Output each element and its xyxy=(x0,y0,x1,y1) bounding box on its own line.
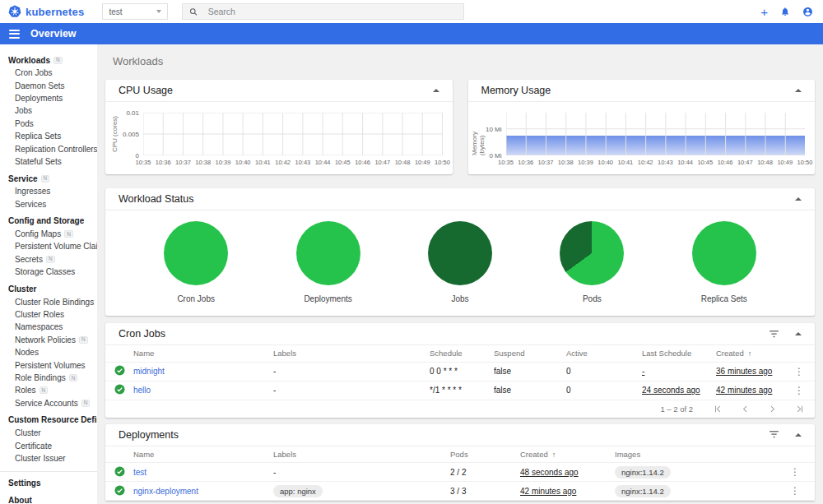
sidebar-item-cluster[interactable]: Cluster xyxy=(0,427,97,439)
column-header-labels[interactable]: Labels xyxy=(273,446,450,463)
collapse-icon[interactable] xyxy=(795,197,802,201)
collapse-icon[interactable] xyxy=(795,89,802,92)
sidebar-section-custom-resource-definitions[interactable]: Custom Resource Definitions xyxy=(0,414,97,427)
column-header-actions xyxy=(783,345,815,362)
sidebar-item-deployments[interactable]: Deployments xyxy=(0,92,97,104)
row-actions-cell: ⋮ xyxy=(783,381,815,400)
column-header-label: Created xyxy=(520,450,548,459)
column-header-name[interactable]: Name xyxy=(133,345,273,362)
sidebar-item-services[interactable]: Services xyxy=(0,198,97,210)
sidebar-item-nodes[interactable]: Nodes xyxy=(0,346,97,358)
row-menu-button[interactable]: ⋮ xyxy=(775,466,815,478)
column-header-suspend[interactable]: Suspend xyxy=(494,345,566,362)
sidebar-item-pods[interactable]: Pods xyxy=(0,118,97,130)
sidebar-item-settings[interactable]: Settings xyxy=(0,476,97,489)
previous-page-button[interactable] xyxy=(742,405,749,413)
menu-button[interactable] xyxy=(9,30,20,39)
cpu-usage-card: CPU Usage CPU (cores) 0.010.0050 10:3510… xyxy=(105,80,453,174)
filter-button[interactable] xyxy=(770,431,779,438)
sidebar-item-namespaces[interactable]: Namespaces xyxy=(0,321,97,333)
namespaced-badge: N xyxy=(69,374,78,381)
sidebar-section-label: Custom Resource Definitions xyxy=(8,415,97,424)
row-menu-button[interactable]: ⋮ xyxy=(783,385,815,396)
column-header-images[interactable]: Images xyxy=(615,446,775,463)
sidebar-item-secrets[interactable]: SecretsN xyxy=(0,253,97,266)
filter-button[interactable] xyxy=(770,331,779,338)
sidebar-item-jobs[interactable]: Jobs xyxy=(0,104,97,117)
row-menu-button[interactable]: ⋮ xyxy=(775,485,815,497)
success-check-icon xyxy=(114,384,125,395)
sidebar-item-cluster-roles[interactable]: Cluster Roles xyxy=(0,308,97,321)
cell-text: 0 0 * * * xyxy=(430,367,458,376)
sidebar-nav: WorkloadsNCron JobsDaemon SetsDeployment… xyxy=(0,44,97,504)
column-header-name[interactable]: Name xyxy=(133,446,273,463)
app-bar: Overview xyxy=(0,23,823,44)
sidebar-item-replication-controllers[interactable]: Replication Controllers xyxy=(0,142,97,155)
column-header-schedule[interactable]: Schedule xyxy=(430,345,494,362)
sidebar-section-config-and-storage[interactable]: Config and Storage xyxy=(0,215,97,228)
kubernetes-logo[interactable]: kubernetes xyxy=(8,5,84,18)
account-button[interactable] xyxy=(802,7,813,17)
sidebar-item-cluster-role-bindings[interactable]: Cluster Role Bindings xyxy=(0,295,97,307)
sidebar-item-about[interactable]: About xyxy=(0,493,97,504)
table-row: nginx-deploymentapp: nginx3 / 342 minute… xyxy=(105,482,815,501)
column-header-labels[interactable]: Labels xyxy=(273,345,430,362)
next-page-button[interactable] xyxy=(769,405,776,413)
resource-link[interactable]: midnight xyxy=(133,367,165,376)
cell-text: false xyxy=(494,386,511,395)
column-header-pods[interactable]: Pods xyxy=(450,446,520,463)
sidebar-item-service-accounts[interactable]: Service AccountsN xyxy=(0,397,97,409)
sidebar-item-label: Persistent Volumes xyxy=(15,361,86,370)
last-page-button[interactable] xyxy=(796,405,803,413)
kubernetes-logo-icon xyxy=(8,5,21,18)
sidebar-item-config-maps[interactable]: Config MapsN xyxy=(0,228,97,240)
sidebar-section-service[interactable]: ServiceN xyxy=(0,172,97,185)
sidebar-item-cluster-issuer[interactable]: Cluster Issuer xyxy=(0,452,97,465)
sidebar-section-label: Service xyxy=(8,174,38,183)
x-tick-label: 10:43 xyxy=(295,159,310,166)
sidebar-item-label: Pods xyxy=(15,119,34,128)
notifications-button[interactable] xyxy=(780,7,790,16)
sidebar-section-cluster[interactable]: Cluster xyxy=(0,282,97,295)
sidebar-item-cron-jobs[interactable]: Cron Jobs xyxy=(0,67,97,79)
memory-usage-chart: Memory (bytes) 10 Mi0 Mi 10:3510:3610:37… xyxy=(468,102,816,169)
table-cell: - xyxy=(273,381,430,400)
sidebar-item-role-bindings[interactable]: Role BindingsN xyxy=(0,372,97,384)
relative-time: 42 minutes ago xyxy=(520,487,576,496)
column-header-label: Schedule xyxy=(430,349,463,358)
sidebar-item-storage-classes[interactable]: Storage Classes xyxy=(0,266,97,278)
resource-link[interactable]: nginx-deployment xyxy=(133,487,198,496)
row-menu-button[interactable]: ⋮ xyxy=(783,366,815,377)
sidebar-item-network-policies[interactable]: Network PoliciesN xyxy=(0,334,97,346)
column-header-created[interactable]: Created↑ xyxy=(716,345,783,362)
first-page-button[interactable] xyxy=(714,405,722,413)
cron-jobs-card: Cron Jobs NameLabelsScheduleSuspendActiv… xyxy=(105,323,815,418)
sidebar-item-daemon-sets[interactable]: Daemon Sets xyxy=(0,79,97,91)
memory-plot-area xyxy=(506,113,806,155)
main-content: Workloads CPU Usage CPU (cores) 0.010.00… xyxy=(97,44,823,504)
sidebar-item-stateful-sets[interactable]: Stateful Sets xyxy=(0,155,97,168)
search-bar[interactable] xyxy=(182,3,464,20)
search-input[interactable] xyxy=(207,6,458,17)
create-resource-button[interactable]: + xyxy=(760,6,768,18)
sidebar-item-roles[interactable]: RolesN xyxy=(0,384,97,396)
sidebar-item-replica-sets[interactable]: Replica Sets xyxy=(0,130,97,142)
resource-link[interactable]: test xyxy=(133,468,146,477)
sidebar-item-ingresses[interactable]: Ingresses xyxy=(0,185,97,197)
sidebar-section-workloads[interactable]: WorkloadsN xyxy=(0,53,97,67)
collapse-icon[interactable] xyxy=(795,332,802,335)
sidebar-divider xyxy=(0,471,97,472)
namespace-selector[interactable]: test xyxy=(102,3,168,20)
cpu-usage-title: CPU Usage xyxy=(119,85,433,96)
column-header-last-schedule[interactable]: Last Schedule xyxy=(642,345,716,362)
resource-link[interactable]: hello xyxy=(133,386,151,395)
collapse-icon[interactable] xyxy=(795,433,802,437)
memory-y-axis-label: Memory (bytes) xyxy=(473,113,482,155)
sidebar-item-persistent-volume-claims[interactable]: Persistent Volume ClaimsN xyxy=(0,240,97,252)
column-header-created[interactable]: Created↑ xyxy=(520,446,615,463)
x-tick-label: 10:38 xyxy=(558,159,574,166)
sidebar-item-persistent-volumes[interactable]: Persistent Volumes xyxy=(0,358,97,371)
sidebar-item-certificate[interactable]: Certificate xyxy=(0,439,97,451)
collapse-icon[interactable] xyxy=(433,89,439,92)
column-header-active[interactable]: Active xyxy=(566,345,642,362)
